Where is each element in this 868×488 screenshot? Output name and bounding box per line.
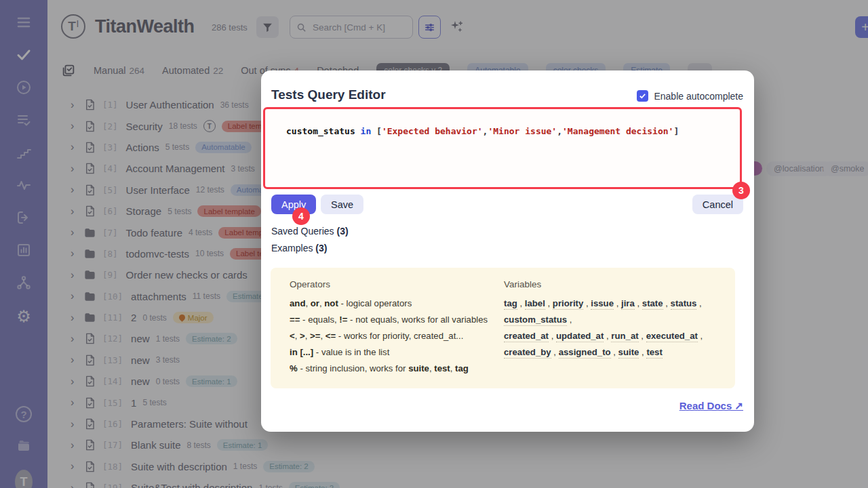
variable-term: assigned_to (559, 347, 611, 359)
variable-term: state (642, 298, 663, 310)
app-root: ⚙?T T| TitanWealth 286 tests + Manual264… (0, 0, 868, 488)
variable-term: label (525, 298, 545, 310)
saved-queries-link[interactable]: Saved Queries (3) (271, 226, 349, 237)
variable-term: updated_at (556, 331, 604, 342)
variable-term: jira (621, 298, 635, 310)
operators-list: and, or, not - logical operators== - equ… (290, 296, 500, 377)
examples-link[interactable]: Examples (3) (271, 243, 327, 253)
variable-term: created_by (504, 347, 551, 359)
read-docs-link[interactable]: Read Docs ↗ (679, 400, 743, 412)
query-help-panel: Operators and, or, not - logical operato… (271, 268, 735, 388)
autocomplete-toggle[interactable]: Enable autocomplete (637, 90, 743, 102)
save-button[interactable]: Save (321, 195, 363, 214)
variable-term: test (646, 347, 662, 359)
variable-term: issue (591, 298, 614, 310)
variable-term: created_at (504, 331, 549, 342)
variable-term: executed_at (646, 331, 698, 342)
variable-term: suite (618, 347, 639, 359)
variable-term: tag (504, 298, 517, 310)
annotation-step-3: 3 (732, 182, 750, 199)
checkbox-checked-icon[interactable] (637, 90, 648, 102)
tests-query-editor-modal: Tests Query Editor Enable autocomplete c… (261, 70, 754, 432)
variable-term: status (671, 298, 697, 310)
variable-term: priority (553, 298, 583, 310)
variables-heading: Variables (504, 279, 728, 289)
annotation-step-4: 4 (292, 207, 310, 225)
variable-term: custom_status (504, 314, 567, 326)
operators-heading: Operators (290, 279, 500, 289)
query-text: custom_status in ['Expected behavior','M… (265, 109, 740, 136)
query-editor-input[interactable]: custom_status in ['Expected behavior','M… (263, 107, 742, 189)
autocomplete-label: Enable autocomplete (654, 91, 743, 102)
variables-list: tag , label , priority , issue , jira , … (504, 296, 728, 361)
modal-title: Tests Query Editor (271, 87, 386, 102)
variable-term: run_at (611, 331, 638, 342)
